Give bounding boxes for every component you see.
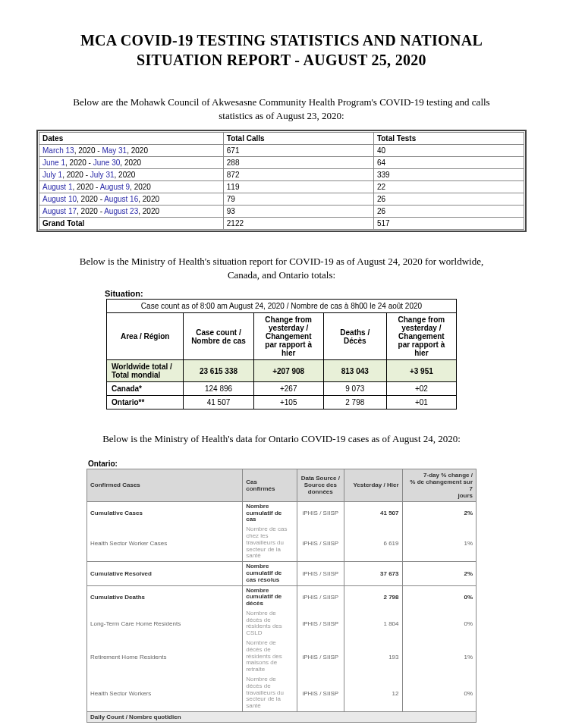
- t1-date-link[interactable]: August 9: [100, 183, 130, 191]
- t1-h-tests: Total Tests: [373, 133, 524, 145]
- t2-canada-chg: +267: [253, 382, 323, 396]
- t3-r5-cas-4: CSLD: [246, 629, 262, 636]
- t3-r6-cas-3: résidents des: [246, 653, 282, 660]
- t1-calls: 119: [223, 181, 373, 193]
- t3-r5-src: iPHIS / SIISP: [297, 609, 344, 639]
- t1-date-link[interactable]: August 16: [104, 195, 138, 203]
- t1-date-link[interactable]: March 13: [42, 146, 74, 155]
- t1-date-text: , 2020: [138, 207, 159, 215]
- t1-tests: 26: [373, 193, 524, 206]
- table-row: Cumulative Cases Nombrecumulatif decas i…: [87, 501, 477, 525]
- t3-r1-src: iPHIS / SIISP: [297, 501, 344, 525]
- t1-date-link[interactable]: June 1: [42, 158, 65, 167]
- table-row: August 1, 2020 - August 9, 2020 119 22: [39, 181, 524, 193]
- t3-r7-yest: 12: [344, 675, 402, 711]
- t1-calls: 93: [223, 206, 373, 218]
- t3-r7-cas-5: santé: [246, 702, 261, 709]
- t3-r3-cas-3: cas résolus: [246, 576, 279, 583]
- t2-header: Area / Région Case count /Nombre de cas …: [107, 313, 457, 360]
- t3-r7-cas-3: travailleurs du: [246, 689, 284, 696]
- t3-h-7d-3: jours: [458, 492, 473, 499]
- t2-ont-count: 41 507: [184, 396, 253, 410]
- t3-r7-src: iPHIS / SIISP: [297, 675, 344, 711]
- t2-ont-dchg: +01: [386, 396, 456, 410]
- t3-r5-label: Long-Term Care Home Residents: [87, 609, 243, 639]
- table-row: June 1, 2020 - June 30, 2020 288 64: [39, 157, 524, 169]
- t1-calls: 288: [223, 157, 373, 169]
- table-row: Long-Term Care Home Residents Nombre ded…: [87, 609, 477, 639]
- t2-h-deaths-1: Deaths /: [340, 328, 370, 337]
- t2-world-deaths: 813 043: [323, 360, 386, 382]
- t3-r2-cas-2: chez les: [246, 532, 268, 539]
- t3-r2-label: Health Sector Worker Cases: [87, 525, 243, 561]
- t2-h-count-2: Nombre de cas: [191, 337, 246, 345]
- t2-row-world: Worldwide total /Total mondial 23 615 33…: [107, 360, 457, 382]
- t1-date-link[interactable]: July 1: [42, 171, 62, 179]
- title-line-1: MCA COVID-19 TESTING STATISTICS AND NATI…: [80, 32, 483, 49]
- t1-date-link[interactable]: June 30: [93, 158, 121, 167]
- t2-h-deaths-2: Décès: [344, 337, 366, 345]
- t2-canada-label: Canada*: [107, 382, 184, 396]
- table-1-container: Dates Total Calls Total Tests March 13, …: [36, 130, 527, 232]
- table-row: Cumulative Deaths Nombrecumulatif dedécè…: [87, 585, 477, 609]
- t3-r7-cas-2: décès de: [246, 682, 270, 689]
- t2-h-dchg-4: par rapport à: [398, 340, 445, 349]
- intro2-l2: Canada, and Ontario totals:: [228, 269, 335, 281]
- title-line-2: SITUATION REPORT - AUGUST 25, 2020: [137, 52, 426, 68]
- t1-date-text: , 2020: [120, 158, 141, 167]
- t1-date-link[interactable]: July 31: [90, 171, 115, 179]
- t3-r2-cas-5: santé: [246, 552, 261, 559]
- t3-r3-src: iPHIS / SIISP: [297, 562, 344, 585]
- t3-h-src-3: données: [308, 488, 333, 495]
- t3-r1-7d: 2%: [402, 501, 477, 525]
- t1-date-link[interactable]: August 1: [42, 183, 72, 191]
- t1-date-link[interactable]: August 17: [42, 207, 77, 215]
- t3-r6-cas-4: maisons de: [246, 659, 277, 666]
- t2-canada-count: 124 896: [184, 382, 253, 396]
- t3-r6-cas-2: décès de: [246, 646, 270, 653]
- table-row-grand-total: Grand Total 2122 517: [39, 218, 524, 230]
- t2-row-canada: Canada* 124 896 +267 9 073 +02: [107, 382, 457, 396]
- t2-h-chg-3: Changement: [266, 332, 312, 340]
- t1-tests: 339: [373, 169, 524, 181]
- t1-date-link[interactable]: August 10: [42, 195, 77, 203]
- t2-h-dchg-3: Changement: [398, 332, 445, 340]
- t3-r4-yest: 2 798: [344, 585, 402, 609]
- t1-date-text: , 2020 -: [77, 207, 104, 215]
- t3-r4-label: Cumulative Deaths: [87, 585, 243, 609]
- t2-world-dchg: +3 951: [386, 360, 456, 382]
- page-title: MCA COVID-19 TESTING STATISTICS AND NATI…: [36, 30, 527, 70]
- t3-h-src-1: Data Source /: [301, 475, 340, 482]
- t3-r1-yest: 41 507: [344, 501, 402, 525]
- t3-h-confirmed: Confirmed Cases: [87, 469, 243, 501]
- t2-h-dchg-2: yesterday /: [401, 324, 441, 332]
- t3-r7-label: Health Sector Workers: [87, 675, 243, 711]
- t3-r3-yest: 37 673: [344, 562, 402, 585]
- t2-h-dchg-1: Change from: [398, 315, 445, 324]
- t1-date-link[interactable]: August 23: [104, 207, 138, 215]
- intro1-l1: Below are the Mohawk Council of Akwesasn…: [73, 96, 489, 108]
- table-1-header: Dates Total Calls Total Tests: [39, 133, 524, 145]
- intro-1: Below are the Mohawk Council of Akwesasn…: [36, 96, 527, 122]
- t1-date-text: , 2020 -: [62, 171, 90, 179]
- t2-caption: Case count as of 8:00 am August 24, 2020…: [107, 300, 457, 313]
- table-row: Health Sector Worker Cases Nombre de cas…: [87, 525, 477, 561]
- t1-h-dates: Dates: [39, 133, 224, 145]
- t3-r6-cas-5: retraite: [246, 666, 265, 673]
- t1-tests: 26: [373, 206, 524, 218]
- table-1: Dates Total Calls Total Tests March 13, …: [39, 132, 524, 230]
- t1-date-link[interactable]: May 31: [102, 146, 127, 155]
- t3-r5-cas-1: Nombre de: [246, 610, 276, 617]
- t2-canada-dchg: +02: [386, 382, 456, 396]
- table-row: August 17, 2020 - August 23, 2020 93 26: [39, 206, 524, 218]
- t3-r3-cas-1: Nombre: [246, 563, 269, 570]
- t2-world-l2: Total mondial: [112, 371, 160, 379]
- t3-r2-yest: 6 619: [344, 525, 402, 561]
- t3-r1-cas-2: cumulatif de: [246, 510, 282, 516]
- t3-r5-cas-3: résidents des: [246, 623, 282, 629]
- t3-r1-cas-3: cas: [246, 516, 256, 522]
- t3-r6-yest: 193: [344, 639, 402, 675]
- table-row: August 10, 2020 - August 16, 2020 79 26: [39, 193, 524, 206]
- t2-ont-label: Ontario**: [107, 396, 184, 410]
- t3-r4-7d: 0%: [402, 585, 477, 609]
